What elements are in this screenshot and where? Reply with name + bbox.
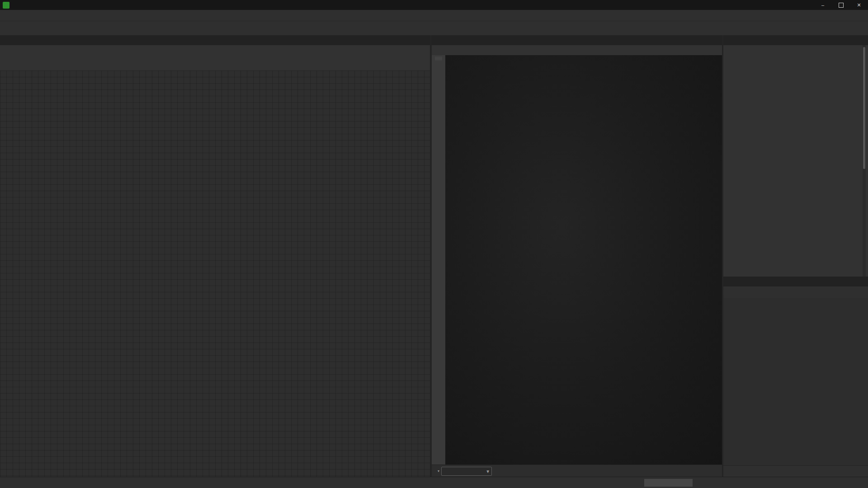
3d-viewport[interactable]: [445, 55, 722, 465]
viewport-panel-header: [432, 35, 722, 46]
explorer-panel-header: [723, 277, 868, 287]
colorspace-dropdown[interactable]: ▾: [441, 467, 492, 476]
title-bar: – ✕: [0, 0, 868, 10]
properties-content: [723, 45, 868, 277]
rendered-plant: [445, 55, 722, 465]
viewport-side-toolbar: [432, 55, 446, 465]
viewport-menu-bar: [432, 45, 722, 56]
explorer-tree: [723, 298, 868, 465]
close-button[interactable]: ✕: [850, 0, 868, 10]
main-toolbar: [0, 21, 868, 36]
right-bottom-toolbar: [723, 465, 868, 477]
app-window: – ✕ ▾ ▾: [0, 0, 868, 488]
properties-panel-header: [723, 35, 868, 46]
explorer-toolbar: [723, 286, 868, 299]
graph-toolbar-row2: [0, 58, 430, 71]
drag-handle[interactable]: [435, 57, 442, 60]
status-bar: [0, 477, 868, 488]
menu-bar: [0, 10, 868, 21]
app-logo-icon: [3, 2, 9, 9]
graph-panel-header: [0, 35, 430, 46]
chevron-down-icon: ▾: [486, 468, 489, 474]
minimize-button[interactable]: –: [814, 0, 832, 10]
status-progress-block: [644, 479, 693, 487]
maximize-button[interactable]: [832, 0, 850, 10]
chevron-down-icon: ▾: [438, 469, 439, 473]
window-controls: – ✕: [814, 0, 868, 10]
graph-toolbar-row1: [0, 45, 430, 58]
node-graph-canvas[interactable]: [0, 70, 430, 477]
graph-wires: [0, 70, 430, 477]
properties-scrollbar[interactable]: [863, 45, 866, 277]
viewport-bottom-bar: ▾ ▾: [432, 465, 722, 477]
